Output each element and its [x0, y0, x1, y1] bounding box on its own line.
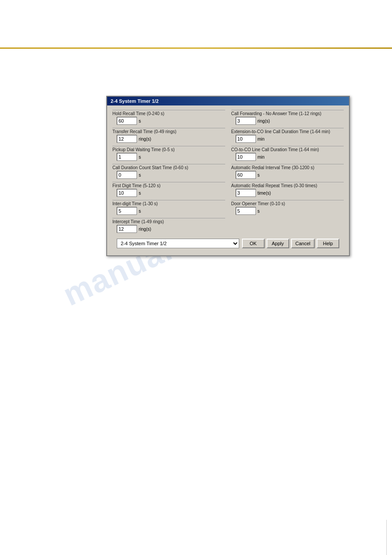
transfer-recall-time-group: Transfer Recall Time (0-49 rings) ring(s… — [112, 128, 225, 143]
dialog-title-text: 2-4 System Timer 1/2 — [111, 98, 158, 104]
right-edge-line — [386, 520, 387, 555]
footer-buttons: OK Apply Cancel Help — [242, 239, 339, 248]
pickup-dial-waiting-input[interactable] — [117, 153, 137, 161]
call-forwarding-unit: ring(s) — [258, 119, 270, 123]
call-duration-count-unit: s — [139, 173, 141, 178]
call-forwarding-label: Call Forwarding - No Answer Time (1-12 r… — [231, 110, 344, 116]
call-duration-count-group: Call Duration Count Start Time (0-60 s) … — [112, 164, 225, 179]
intercept-time-group: Intercept Time (1-49 rings) ring(s) — [112, 218, 225, 233]
co-to-co-label: CO-to-CO Line Call Duration Time (1-64 m… — [231, 146, 344, 152]
ok-button[interactable]: OK — [242, 239, 265, 248]
help-button[interactable]: Help — [316, 239, 339, 248]
co-to-co-unit: min — [258, 155, 265, 160]
hold-recall-time-unit: s — [139, 119, 141, 123]
transfer-recall-time-label: Transfer Recall Time (0-49 rings) — [112, 128, 225, 134]
inter-digit-time-label: Inter-digit Time (1-30 s) — [112, 200, 225, 206]
dialog-footer: 2-4 System Timer 1/2 OK Apply Cancel Hel… — [112, 236, 344, 252]
co-to-co-group: CO-to-CO Line Call Duration Time (1-64 m… — [231, 146, 344, 161]
inter-digit-time-group: Inter-digit Time (1-30 s) s — [112, 200, 225, 215]
door-opener-unit: s — [258, 209, 260, 214]
co-to-co-input[interactable] — [236, 153, 256, 161]
first-digit-time-input[interactable] — [117, 189, 137, 197]
auto-redial-interval-group: Automatic Redial Interval Time (30-1200 … — [231, 164, 344, 179]
auto-redial-repeat-label: Automatic Redial Repeat Times (0-30 time… — [231, 182, 344, 188]
pickup-dial-waiting-label: Pickup Dial Waiting Time (0-5 s) — [112, 146, 225, 152]
intercept-time-label: Intercept Time (1-49 rings) — [112, 218, 225, 224]
hold-recall-time-group: Hold Recall Time (0-240 s) s — [112, 110, 225, 125]
call-forwarding-group: Call Forwarding - No Answer Time (1-12 r… — [231, 110, 344, 125]
transfer-recall-time-unit: ring(s) — [139, 137, 151, 141]
extension-co-unit: min — [258, 137, 265, 141]
extension-co-input[interactable] — [236, 135, 256, 143]
hold-recall-time-label: Hold Recall Time (0-240 s) — [112, 110, 225, 116]
transfer-recall-time-input[interactable] — [117, 135, 137, 143]
call-duration-count-label: Call Duration Count Start Time (0-60 s) — [112, 164, 225, 170]
cancel-button[interactable]: Cancel — [291, 239, 315, 248]
extension-co-group: Extension-to-CO line Call Duration Time … — [231, 128, 344, 143]
dialog-body: Hold Recall Time (0-240 s) s Transfer Re… — [107, 105, 349, 255]
page-select-dropdown[interactable]: 2-4 System Timer 1/2 — [117, 239, 239, 248]
call-forwarding-input[interactable] — [236, 117, 256, 125]
first-digit-time-unit: s — [139, 191, 141, 196]
inter-digit-time-unit: s — [139, 209, 141, 214]
pickup-dial-waiting-group: Pickup Dial Waiting Time (0-5 s) s — [112, 146, 225, 161]
auto-redial-interval-input[interactable] — [236, 171, 256, 179]
extension-co-label: Extension-to-CO line Call Duration Time … — [231, 128, 344, 134]
fields-grid: Hold Recall Time (0-240 s) s Transfer Re… — [112, 110, 344, 236]
hold-recall-time-input[interactable] — [117, 117, 137, 125]
right-column: Call Forwarding - No Answer Time (1-12 r… — [231, 110, 344, 236]
auto-redial-interval-label: Automatic Redial Interval Time (30-1200 … — [231, 164, 344, 170]
top-decorative-bar — [0, 47, 392, 49]
apply-button[interactable]: Apply — [266, 239, 289, 248]
auto-redial-repeat-unit: time(s) — [258, 191, 271, 196]
auto-redial-repeat-input[interactable] — [236, 189, 256, 197]
auto-redial-interval-unit: s — [258, 173, 260, 178]
pickup-dial-waiting-unit: s — [139, 155, 141, 160]
dialog-title-bar: 2-4 System Timer 1/2 — [107, 97, 349, 105]
intercept-time-unit: ring(s) — [139, 227, 151, 232]
door-opener-label: Door Opener Timer (0-10 s) — [231, 200, 344, 206]
auto-redial-repeat-group: Automatic Redial Repeat Times (0-30 time… — [231, 182, 344, 197]
inter-digit-time-input[interactable] — [117, 207, 137, 215]
call-duration-count-input[interactable] — [117, 171, 137, 179]
left-column: Hold Recall Time (0-240 s) s Transfer Re… — [112, 110, 225, 236]
door-opener-group: Door Opener Timer (0-10 s) s — [231, 200, 344, 215]
first-digit-time-label: First Digit Time (5-120 s) — [112, 182, 225, 188]
system-timer-dialog: 2-4 System Timer 1/2 Hold Recall Time (0… — [106, 96, 350, 256]
door-opener-input[interactable] — [236, 207, 256, 215]
intercept-time-input[interactable] — [117, 225, 137, 233]
first-digit-time-group: First Digit Time (5-120 s) s — [112, 182, 225, 197]
